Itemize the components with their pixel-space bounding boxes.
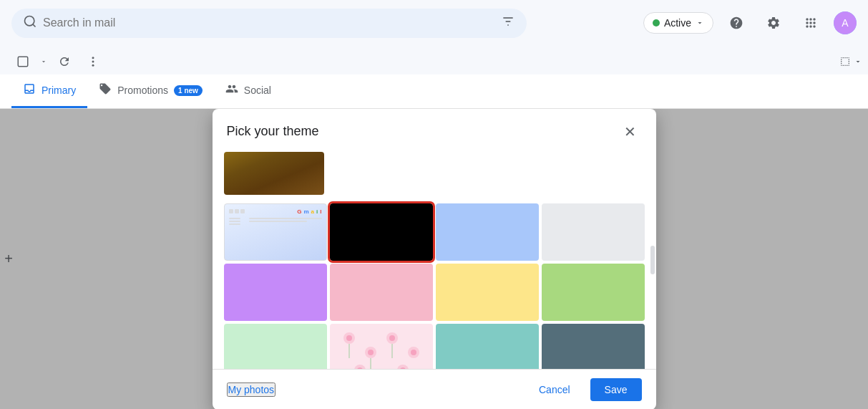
theme-black[interactable] [330, 203, 433, 261]
tab-social-label: Social [244, 85, 271, 96]
toolbar [0, 46, 868, 74]
topbar-right: Active A [643, 9, 857, 37]
my-photos-button[interactable]: My photos [227, 382, 276, 397]
modal-header: Pick your theme ✕ [213, 109, 656, 152]
save-button[interactable]: Save [590, 378, 642, 401]
theme-yellow[interactable] [436, 264, 539, 321]
active-badge[interactable]: Active [643, 12, 713, 34]
layout-button[interactable] [839, 56, 862, 67]
theme-blue[interactable] [436, 203, 539, 261]
theme-teal[interactable] [436, 324, 539, 369]
settings-icon[interactable] [759, 9, 788, 37]
main-layout: + Pick your theme ✕ [0, 109, 868, 409]
active-dot [653, 19, 660, 27]
theme-mint[interactable] [224, 324, 327, 369]
modal-footer: My photos Cancel Save [213, 369, 656, 410]
tabs: Primary Promotions 1 new Social [0, 74, 868, 109]
select-chevron[interactable] [40, 58, 47, 65]
more-button[interactable] [82, 50, 104, 73]
search-bar[interactable] [11, 9, 527, 38]
theme-grid: G m a i l [224, 203, 645, 369]
svg-point-8 [92, 57, 94, 59]
theme-default[interactable]: G m a i l [224, 203, 327, 261]
theme-purple[interactable] [224, 264, 327, 321]
svg-point-0 [25, 16, 34, 25]
svg-line-1 [33, 24, 36, 27]
tab-social[interactable]: Social [214, 74, 283, 108]
svg-point-9 [92, 61, 94, 63]
main-content: Pick your theme ✕ [0, 109, 868, 409]
theme-pink[interactable] [330, 264, 433, 321]
svg-point-12 [346, 335, 352, 341]
footer-actions: Cancel Save [525, 378, 642, 401]
tab-primary[interactable]: Primary [11, 74, 87, 108]
tab-primary-label: Primary [42, 85, 76, 96]
theme-gray[interactable] [542, 203, 645, 261]
promotions-badge: 1 new [174, 85, 203, 96]
modal-close-button[interactable]: ✕ [619, 120, 642, 143]
search-input[interactable] [43, 16, 495, 29]
tab-promotions[interactable]: Promotions 1 new [87, 74, 214, 108]
refresh-button[interactable] [53, 50, 76, 73]
theme-scroll-area[interactable]: G m a i l [213, 152, 656, 369]
theme-slate[interactable] [542, 324, 645, 369]
svg-text:A: A [842, 17, 849, 29]
search-icon [23, 14, 37, 32]
select-checkbox[interactable] [11, 50, 34, 73]
primary-inbox-icon [23, 82, 36, 98]
svg-rect-7 [18, 57, 28, 67]
svg-point-18 [411, 350, 416, 355]
search-filter-icon[interactable] [501, 14, 515, 32]
active-label: Active [664, 17, 691, 29]
svg-point-10 [92, 64, 94, 67]
apps-icon[interactable] [796, 9, 825, 37]
social-icon [225, 82, 238, 98]
avatar[interactable]: A [834, 11, 857, 34]
topbar: Active A [0, 0, 868, 46]
theme-green[interactable] [542, 264, 645, 321]
promotions-tag-icon [99, 82, 112, 98]
cancel-button[interactable]: Cancel [525, 378, 585, 401]
modal-title: Pick your theme [227, 124, 319, 139]
tab-promotions-label: Promotions [117, 85, 168, 96]
svg-point-14 [368, 350, 374, 355]
help-icon[interactable] [722, 9, 751, 37]
theme-modal: Pick your theme ✕ [213, 109, 656, 409]
theme-floral[interactable] [330, 324, 433, 369]
theme-preview-top [224, 152, 324, 195]
scroll-indicator [650, 246, 655, 274]
svg-point-16 [389, 335, 395, 341]
modal-overlay: Pick your theme ✕ [0, 109, 868, 409]
